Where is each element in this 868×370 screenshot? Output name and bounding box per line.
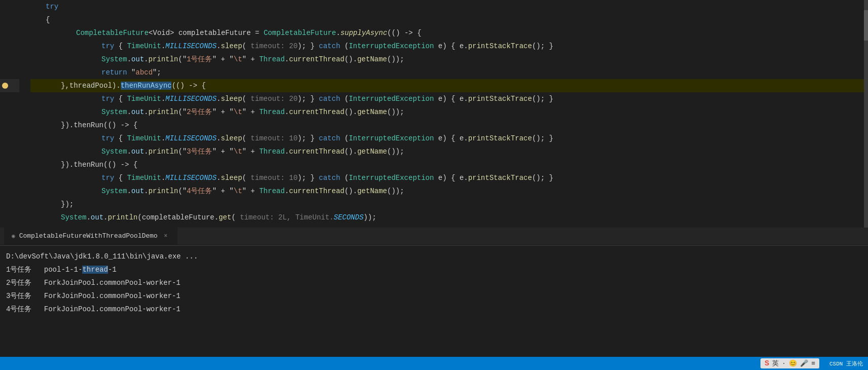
terminal-path-line: D:\devSoft\Java\jdk1.8.0_111\bin\java.ex… xyxy=(6,250,862,263)
gutter-line xyxy=(0,26,19,40)
tab-bar: ◉ CompletableFutureWithThreadPoolDemo × xyxy=(0,228,868,245)
thread-4: ForkJoinPool.commonPool-worker-1 xyxy=(44,305,181,313)
code-line: System.out.println("4号任务" + "\t" + Threa… xyxy=(30,184,868,198)
gutter-line xyxy=(0,92,19,105)
code-tokens: System.out.println(completableFuture.get… xyxy=(61,211,376,224)
breakpoint-indicator xyxy=(2,83,8,89)
code-line: System.out.println("1号任务" + "\t" + Threa… xyxy=(30,53,868,66)
code-tokens: return "abcd"; xyxy=(101,66,161,79)
sogou-mic-icon: 🎤 xyxy=(800,359,808,367)
brace-open: { xyxy=(46,13,50,26)
gutter-line xyxy=(0,184,19,198)
code-tokens: }).thenRun(() -> { xyxy=(61,119,137,132)
code-line: return "abcd"; xyxy=(30,66,868,79)
code-tokens: try { TimeUnit.MILLISECONDS.sleep( timeo… xyxy=(101,92,553,105)
gutter-line xyxy=(0,0,19,13)
code-editor: try { CompletableFuture<Void> completabl… xyxy=(0,0,868,228)
code-line: }).thenRun(() -> { xyxy=(30,119,868,132)
code-tokens: try { TimeUnit.MILLISECONDS.sleep( timeo… xyxy=(101,171,553,184)
code-line: }).thenRun(() -> { xyxy=(30,158,868,171)
task-label-1: 1号任务 xyxy=(6,266,31,274)
java-path: D:\devSoft\Java\jdk1.8.0_111\bin\java.ex… xyxy=(6,252,198,261)
editor-tab[interactable]: ◉ CompletableFutureWithThreadPoolDemo × xyxy=(4,227,178,245)
gutter-line xyxy=(0,105,19,119)
tab-close-button[interactable]: × xyxy=(162,232,170,240)
status-bar-right: S 英 · 😊 🎤 ≡ CSDN 王洛伦 xyxy=(760,358,863,368)
gutter-line xyxy=(0,211,19,224)
code-line: System.out.println(completableFuture.get… xyxy=(30,211,868,224)
gutter-line xyxy=(0,119,19,132)
sogou-menu-icon: ≡ xyxy=(811,360,815,367)
code-tokens: CompletableFuture<Void> completableFutur… xyxy=(76,26,422,40)
gutter-line xyxy=(0,145,19,158)
tab-file-icon: ◉ xyxy=(12,233,15,239)
keyword-try: try xyxy=(46,0,58,13)
code-line: try { TimeUnit.MILLISECONDS.sleep( timeo… xyxy=(30,132,868,145)
selected-method: thenRunAsync xyxy=(121,82,172,90)
thread-selected-1: thread xyxy=(82,266,108,274)
code-line: }); xyxy=(30,198,868,211)
gutter-line xyxy=(0,13,19,26)
code-line: System.out.println("3号任务" + "\t" + Threa… xyxy=(30,145,868,158)
code-tokens: System.out.println("4号任务" + "\t" + Threa… xyxy=(101,184,404,198)
terminal-output-line-1: 1号任务 pool-1-1-thread-1 xyxy=(6,263,862,276)
gutter-line xyxy=(0,158,19,171)
gutter-line xyxy=(0,53,19,66)
gutter-line xyxy=(0,40,19,53)
gutter-line xyxy=(0,171,19,184)
code-line-highlighted: },threadPool).thenRunAsync(() -> { xyxy=(30,79,868,92)
code-line: CompletableFuture<Void> completableFutur… xyxy=(30,26,868,40)
code-tokens: }); xyxy=(61,198,74,211)
code-tokens: }).thenRun(() -> { xyxy=(61,158,137,171)
sogou-mode: 英 xyxy=(772,359,779,368)
code-tokens: System.out.println("1号任务" + "\t" + Threa… xyxy=(101,53,404,66)
code-lines: try { CompletableFuture<Void> completabl… xyxy=(25,0,868,228)
sogou-dot: · xyxy=(782,360,786,367)
status-bar: S 英 · 😊 🎤 ≡ CSDN 王洛伦 xyxy=(0,357,868,370)
terminal-output-line-2: 2号任务 ForkJoinPool.commonPool-worker-1 xyxy=(6,276,862,289)
author-credit: CSDN 王洛伦 xyxy=(829,360,863,367)
gutter-line xyxy=(0,132,19,145)
terminal-output-line-3: 3号任务 ForkJoinPool.commonPool-worker-1 xyxy=(6,289,862,303)
thread-suffix-1: -1 xyxy=(108,266,117,274)
code-tokens: System.out.println("3号任务" + "\t" + Threa… xyxy=(101,145,404,158)
terminal-output: D:\devSoft\Java\jdk1.8.0_111\bin\java.ex… xyxy=(0,246,868,357)
code-line: try { TimeUnit.MILLISECONDS.sleep( timeo… xyxy=(30,92,868,105)
task-label-3: 3号任务 xyxy=(6,292,31,300)
thread-2: ForkJoinPool.commonPool-worker-1 xyxy=(44,279,181,287)
gutter-line-breakpoint xyxy=(0,79,19,92)
sogou-emoji-icon: 😊 xyxy=(789,359,797,367)
code-tokens: },threadPool).thenRunAsync(() -> { xyxy=(61,79,206,92)
scrollbar[interactable] xyxy=(864,0,868,228)
code-line: System.out.println("2号任务" + "\t" + Threa… xyxy=(30,105,868,119)
code-tokens: try { TimeUnit.MILLISECONDS.sleep( timeo… xyxy=(101,40,553,53)
sogou-ime[interactable]: S 英 · 😊 🎤 ≡ xyxy=(760,358,819,368)
terminal-output-line-4: 4号任务 ForkJoinPool.commonPool-worker-1 xyxy=(6,303,862,316)
gutter-line xyxy=(0,198,19,211)
line-gutter xyxy=(0,0,25,228)
code-line: try xyxy=(30,0,868,13)
task-label-4: 4号任务 xyxy=(6,305,31,313)
code-line: try { TimeUnit.MILLISECONDS.sleep( timeo… xyxy=(30,171,868,184)
task-label-2: 2号任务 xyxy=(6,279,31,287)
terminal-panel: D:\devSoft\Java\jdk1.8.0_111\bin\java.ex… xyxy=(0,245,868,357)
sogou-logo: S xyxy=(765,359,769,368)
thread-3: ForkJoinPool.commonPool-worker-1 xyxy=(44,292,181,300)
thread-prefix-1: pool-1-1- xyxy=(44,266,83,274)
code-tokens: try { TimeUnit.MILLISECONDS.sleep( timeo… xyxy=(101,132,553,145)
scrollbar-thumb[interactable] xyxy=(864,10,868,41)
code-line: try { TimeUnit.MILLISECONDS.sleep( timeo… xyxy=(30,40,868,53)
gutter-line xyxy=(0,66,19,79)
code-line: { xyxy=(30,13,868,26)
tab-label: CompletableFutureWithThreadPoolDemo xyxy=(19,232,158,240)
code-tokens: System.out.println("2号任务" + "\t" + Threa… xyxy=(101,105,404,119)
